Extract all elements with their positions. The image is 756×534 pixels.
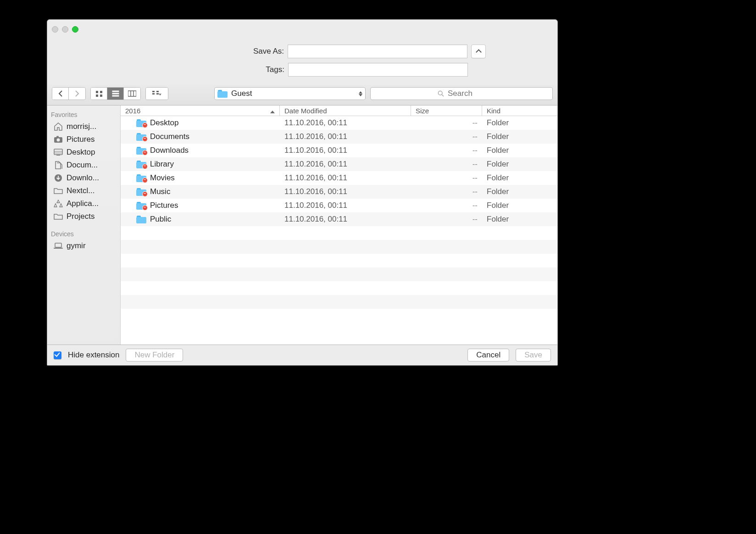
file-kind: Folder [482,187,557,196]
file-date: 11.10.2016, 00:11 [280,146,411,155]
column-view-button[interactable] [124,88,140,100]
sidebar-item-favorite[interactable]: Projects [47,210,120,223]
save-as-input[interactable] [288,44,467,58]
svg-rect-2 [96,95,98,97]
hide-extension-checkbox[interactable] [54,351,61,359]
camera-icon [54,135,63,144]
new-folder-button[interactable]: New Folder [126,349,183,362]
search-field[interactable] [370,87,553,100]
save-button[interactable]: Save [516,349,551,362]
search-input[interactable] [447,89,485,99]
svg-rect-24 [55,243,61,247]
svg-rect-10 [152,91,155,92]
file-kind: Folder [482,215,557,224]
file-name: Public [150,215,171,224]
sidebar-item-favorite[interactable]: Nextcl... [47,184,120,197]
columns-icon [128,90,136,97]
sidebar-item-label: Applica... [67,199,99,208]
file-date: 11.10.2016, 00:11 [280,173,411,183]
search-icon [438,90,444,97]
svg-rect-7 [128,91,136,96]
sidebar-heading-favorites: Favorites [47,108,120,120]
file-date: 11.10.2016, 00:11 [280,160,411,169]
empty-row [121,226,557,240]
file-date: 11.10.2016, 00:11 [280,187,411,196]
file-name: Desktop [150,118,178,128]
file-row[interactable]: Downloads 11.10.2016, 00:11 -- Folder [121,144,557,157]
svg-rect-13 [156,93,159,95]
group-by-button[interactable] [146,88,168,100]
folder-icon [136,133,146,141]
nav-buttons [52,87,86,100]
folder-icon [217,90,228,98]
back-button[interactable] [52,88,69,100]
svg-rect-18 [56,136,59,138]
file-row[interactable]: Music 11.10.2016, 00:11 -- Folder [121,185,557,199]
file-kind: Folder [482,146,557,155]
column-headers: 2016 Date Modified Size Kind [121,106,557,116]
file-name: Pictures [150,201,178,210]
file-list: Desktop 11.10.2016, 00:11 -- Folder Docu… [121,116,557,345]
desktop-icon [54,148,63,156]
minimize-window-button[interactable] [62,26,68,33]
tags-input[interactable] [288,63,468,77]
browser-body: Favorites morrisj... Pictures Desktop Do… [47,106,557,345]
chevron-up-icon [477,49,481,54]
column-header-size[interactable]: Size [411,106,482,116]
sidebar-item-label: Pictures [67,135,94,144]
svg-rect-11 [156,91,159,92]
zoom-window-button[interactable] [72,26,78,33]
empty-row [121,267,557,281]
sidebar-item-favorite[interactable]: morrisj... [47,120,120,133]
sidebar-item-favorite[interactable]: Applica... [47,197,120,210]
close-window-button[interactable] [52,26,58,33]
grid-icon [95,90,103,97]
cancel-button[interactable]: Cancel [467,349,509,362]
file-row[interactable]: Documents 11.10.2016, 00:11 -- Folder [121,130,557,144]
svg-rect-3 [100,95,102,97]
location-popup[interactable]: Guest [214,87,366,100]
file-name: Music [150,187,170,196]
sidebar-item-favorite[interactable]: Downlo... [47,172,120,184]
list-view-button[interactable] [107,88,124,100]
save-dialog: Save As: Tags: [47,19,558,366]
empty-row [121,254,557,267]
column-header-date[interactable]: Date Modified [280,106,411,116]
sidebar-item-favorite[interactable]: Docum... [47,159,120,172]
column-header-kind[interactable]: Kind [482,106,557,116]
sidebar-item-device[interactable]: gymir [47,239,120,252]
file-kind: Folder [482,160,557,169]
file-name: Documents [150,132,189,141]
hide-extension-label: Hide extension [68,350,119,360]
file-kind: Folder [482,201,557,210]
file-kind: Folder [482,132,557,141]
file-kind: Folder [482,173,557,183]
sidebar-item-label: Docum... [67,161,98,170]
empty-row [121,309,557,323]
column-header-name[interactable]: 2016 [121,106,280,116]
file-size: -- [411,173,482,183]
file-row[interactable]: Library 11.10.2016, 00:11 -- Folder [121,157,557,171]
sidebar: Favorites morrisj... Pictures Desktop Do… [47,106,121,345]
file-row[interactable]: Public 11.10.2016, 00:11 -- Folder [121,212,557,226]
sidebar-item-favorite[interactable]: Desktop [47,146,120,159]
coverflow-icon [152,90,162,97]
file-row[interactable]: Desktop 11.10.2016, 00:11 -- Folder [121,116,557,130]
chevron-right-icon [74,90,80,97]
file-row[interactable]: Pictures 11.10.2016, 00:11 -- Folder [121,199,557,212]
collapse-toggle-button[interactable] [471,44,486,58]
file-row[interactable]: Movies 11.10.2016, 00:11 -- Folder [121,171,557,185]
forward-button[interactable] [69,88,85,100]
empty-row [121,281,557,295]
icon-view-button[interactable] [91,88,107,100]
view-mode-buttons [90,87,141,100]
folder-icon [54,187,63,195]
file-size: -- [411,160,482,169]
file-date: 11.10.2016, 00:11 [280,215,411,224]
sort-ascending-icon [270,107,275,115]
sidebar-item-label: gymir [67,241,86,250]
sidebar-item-favorite[interactable]: Pictures [47,133,120,146]
svg-point-14 [438,91,442,95]
file-size: -- [411,132,482,141]
toolbar: Guest [47,85,557,106]
